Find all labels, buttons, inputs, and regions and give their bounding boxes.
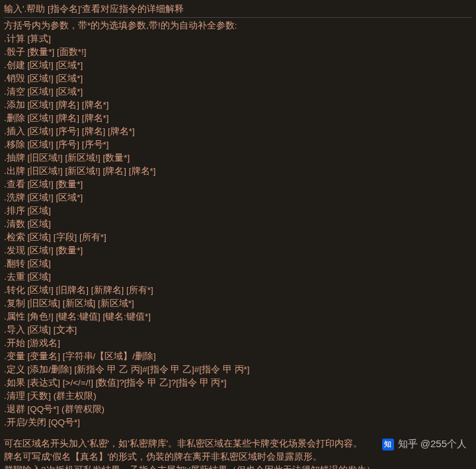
command-line: .创建 [区域!] [区域*] (4, 59, 472, 72)
command-line: .删除 [区域!] [牌名] [牌名*] (4, 112, 472, 125)
command-line: .移除 [区域!] [序号] [序号*] (4, 138, 472, 151)
command-line: .计算 [算式] (4, 32, 472, 46)
command-line: .定义 [添加/删除] [新指令 甲 乙 丙]#[指令 甲 乙]#[指令 甲 丙… (4, 363, 472, 376)
command-line: .发现 [区域!] [数量*] (4, 244, 472, 257)
command-line: .退群 [QQ号*] (群管权限) (4, 403, 472, 416)
command-line: .导入 [区域] [文本] (4, 323, 472, 337)
command-line: .洗牌 [区域!] [区域*] (4, 191, 472, 204)
command-line: .出牌 [旧区域!] [新区域!] [牌名] [牌名*] (4, 165, 472, 178)
command-line: .转化 [区域!] [旧牌名] [新牌名] [所有*] (4, 284, 472, 297)
command-line: .翻转 [区域] (4, 257, 472, 271)
note-line: 群聊输入2次扳机可私发结果。子指令末尾加';'屏蔽结果（但也会因此无法得知错误的… (4, 464, 472, 469)
command-line: .如果 [表达式] [>/</=/!] [数值]?[指令 甲 乙]?[指令 甲 … (4, 376, 472, 390)
command-line: .开启/关闭 [QQ号*] (4, 416, 472, 429)
watermark-text: 知乎 @255个人 (398, 438, 467, 450)
command-line: .添加 [区域!] [牌名] [牌名*] (4, 99, 472, 112)
command-line: .销毁 [区域!] [区域*] (4, 72, 472, 85)
command-line: .清理 [天数] (群主权限) (4, 390, 472, 403)
command-line: .开始 [游戏名] (4, 337, 472, 350)
command-line: .骰子 [数量*] [面数*!] (4, 46, 472, 59)
command-line: .插入 [区域!] [序号] [牌名] [牌名*] (4, 125, 472, 138)
intro-line: 方括号内为参数，带*的为选填参数,带!的为自动补全参数: (4, 19, 472, 32)
command-line: .清空 [区域!] [区域*] (4, 85, 472, 99)
command-line: .变量 [变量名] [字符串/【区域】/删除] (4, 350, 472, 363)
command-line: .复制 [旧区域] [新区域] [新区域*] (4, 297, 472, 310)
note-line: 牌名可写成'假名【真名】'的形式，伪装的牌在离开非私密区域时会显露原形。 (4, 450, 472, 464)
title-bar: 输入'.帮助 [指令名]'查看对应指令的详细解释 (4, 3, 472, 18)
command-line: .属性 [角色!] [键名:键值] [键名:键值*] (4, 310, 472, 323)
zhihu-icon: 知 (382, 439, 394, 450)
command-line: .检索 [区域] [字段] [所有*] (4, 231, 472, 244)
command-line: .查看 [区域!] [数量*] (4, 178, 472, 191)
watermark: 知 知乎 @255个人 (382, 438, 467, 450)
command-line: .抽牌 [旧区域!] [新区域!] [数量*] (4, 151, 472, 165)
command-line: .去重 [区域] (4, 271, 472, 284)
command-line: .排序 [区域] (4, 204, 472, 218)
command-line: .清数 [区域] (4, 218, 472, 231)
